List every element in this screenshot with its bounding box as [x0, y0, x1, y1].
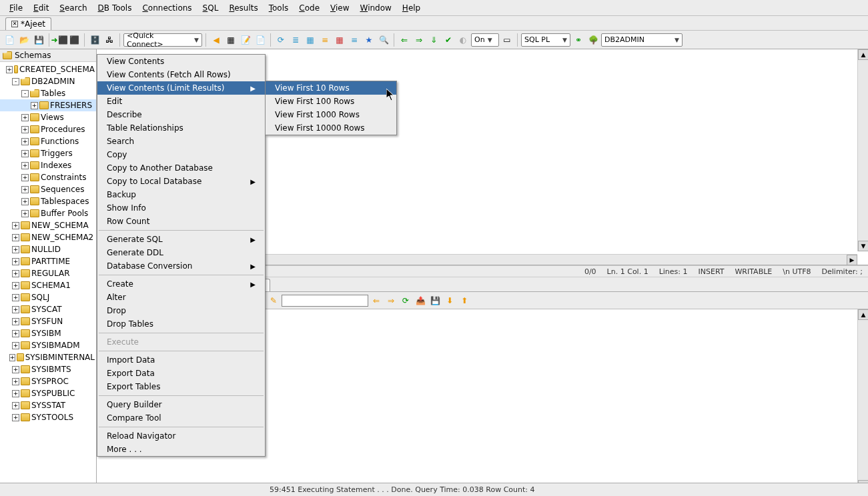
tree-toggle-icon[interactable]: +	[12, 366, 19, 373]
tree-toggle-icon[interactable]: +	[21, 126, 29, 133]
refresh-icon[interactable]: ⟳	[274, 33, 288, 47]
stop-icon[interactable]: ◐	[456, 33, 470, 47]
language-combo[interactable]: SQL PL▼	[521, 33, 570, 47]
context-menu[interactable]: View ContentsView Contents (Fetch All Ro…	[97, 54, 266, 457]
edit-icon[interactable]: 📄	[254, 33, 267, 47]
menu-search[interactable]: Search	[55, 2, 91, 14]
star-icon[interactable]: ★	[362, 33, 376, 47]
tree-toggle-icon[interactable]: +	[12, 342, 19, 349]
menu-item[interactable]: Reload Navigator	[97, 429, 265, 443]
add-table-icon[interactable]: ▦	[224, 33, 238, 47]
tree-node[interactable]: +SYSCAT	[0, 303, 96, 315]
menu-item[interactable]: Copy	[97, 148, 265, 161]
tree-toggle-icon[interactable]: +	[12, 390, 19, 397]
stack-icon[interactable]: ≣	[289, 33, 302, 47]
submenu-item[interactable]: View First 10 Rows	[266, 81, 396, 95]
tree-toggle-icon[interactable]: +	[21, 150, 29, 157]
run-back-icon[interactable]: ⇐	[398, 33, 411, 47]
tree-toggle-icon[interactable]: +	[21, 210, 29, 217]
tree-toggle-icon[interactable]: +	[12, 318, 19, 325]
tree-node[interactable]: -Tables	[0, 87, 96, 99]
tree-toggle-icon[interactable]: +	[12, 306, 19, 313]
menu-item[interactable]: Drop Tables	[97, 317, 265, 331]
tree-node[interactable]: +Tablespaces	[0, 195, 96, 207]
tree-node[interactable]: +SCHEMA1	[0, 279, 96, 291]
bars-blue-icon[interactable]: ≡	[348, 33, 361, 47]
tree-toggle-icon[interactable]: +	[21, 174, 29, 181]
menu-item[interactable]: Export Tables	[97, 380, 265, 393]
scroll-right-icon[interactable]: ▶	[847, 255, 857, 265]
down-icon[interactable]: ⬇	[443, 294, 456, 307]
sql-icon[interactable]: 📝	[239, 33, 252, 47]
menu-results[interactable]: Results	[225, 2, 262, 14]
vertical-scrollbar[interactable]: ▲ ▼	[857, 309, 868, 491]
tree-toggle-icon[interactable]: +	[12, 258, 19, 265]
arrow-left-icon[interactable]: ◀	[209, 33, 223, 47]
tree-toggle-icon[interactable]: +	[21, 186, 29, 193]
tree-icon[interactable]: 🌳	[586, 33, 600, 47]
menu-item[interactable]: Database Conversion▶	[97, 259, 265, 273]
tree-toggle-icon[interactable]: +	[12, 330, 19, 337]
menu-item[interactable]: Import Data	[97, 353, 265, 367]
reload-icon[interactable]: ⟳	[399, 294, 412, 307]
scroll-up-icon[interactable]: ▲	[858, 49, 868, 60]
tree-toggle-icon[interactable]: +	[21, 198, 29, 205]
close-icon[interactable]: ✕	[11, 21, 18, 27]
tree-toggle-icon[interactable]: +	[12, 234, 19, 241]
tree-node[interactable]: +SYSPUBLIC	[0, 387, 96, 399]
menu-item[interactable]: Copy to Local Database▶	[97, 175, 265, 188]
run-down-icon[interactable]: ⇓	[427, 33, 440, 47]
menu-edit[interactable]: Edit	[29, 2, 53, 14]
submenu-item[interactable]: View First 100 Rows	[266, 95, 396, 108]
tree-node[interactable]: +Views	[0, 111, 96, 123]
server-icon[interactable]: 🖧	[103, 33, 116, 47]
tree-node[interactable]: +Constraints	[0, 171, 96, 183]
menu-item[interactable]: Generate SQL▶	[97, 233, 265, 246]
menu-item[interactable]: View Contents (Fetch All Rows)	[97, 68, 265, 81]
menu-connections[interactable]: Connections	[138, 2, 195, 14]
check-icon[interactable]: ✔	[442, 33, 455, 47]
tree-node[interactable]: +SQLJ	[0, 291, 96, 303]
tree-node[interactable]: +NULLID	[0, 243, 96, 255]
tree-node[interactable]: -DB2ADMIN	[0, 75, 96, 87]
tree-toggle-icon[interactable]: -	[21, 90, 29, 97]
connect-icon[interactable]: ➜⬛	[53, 33, 66, 47]
menu-sql[interactable]: SQL	[199, 2, 223, 14]
db-icon[interactable]: 🗄️	[88, 33, 101, 47]
save2-icon[interactable]: 💾	[428, 294, 442, 307]
tree-node[interactable]: +FRESHERS	[0, 99, 96, 111]
menu-view[interactable]: View	[326, 2, 353, 14]
quick-connect-combo[interactable]: <Quick Connect> ▼	[123, 33, 202, 47]
schema-tree[interactable]: +CREATED_SCHEMA-DB2ADMIN-Tables+FRESHERS…	[0, 62, 96, 425]
export-icon[interactable]: 📤	[414, 294, 427, 307]
tree-node[interactable]: +Sequences	[0, 183, 96, 195]
tree-toggle-icon[interactable]: +	[21, 162, 29, 169]
tree-node[interactable]: +Functions	[0, 135, 96, 147]
tree-toggle-icon[interactable]: +	[12, 246, 19, 253]
tree-toggle-icon[interactable]: +	[12, 402, 19, 409]
tree-node[interactable]: +NEW_SCHEMA2	[0, 231, 96, 243]
menu-item[interactable]: Export Data	[97, 367, 265, 380]
tree-toggle-icon[interactable]: +	[12, 378, 19, 385]
tree-toggle-icon[interactable]: +	[21, 138, 29, 145]
schema-combo[interactable]: DB2ADMIN▼	[601, 33, 683, 47]
tree-node[interactable]: +Procedures	[0, 123, 96, 135]
menu-item[interactable]: Show Info	[97, 201, 265, 215]
tree-toggle-icon[interactable]: +	[9, 354, 16, 361]
tree-node[interactable]: +SYSFUN	[0, 315, 96, 327]
menu-file[interactable]: File	[5, 2, 27, 14]
menu-item[interactable]: Generate DDL	[97, 246, 265, 259]
menu-item[interactable]: Search	[97, 135, 265, 148]
menu-item[interactable]: Create▶	[97, 277, 265, 291]
new-icon[interactable]: 📄	[3, 33, 16, 47]
menu-help[interactable]: Help	[398, 2, 424, 14]
menu-code[interactable]: Code	[295, 2, 324, 14]
tree-node[interactable]: +Buffer Pools	[0, 207, 96, 219]
tree-toggle-icon[interactable]: +	[21, 114, 29, 121]
menu-item[interactable]: Edit	[97, 95, 265, 108]
menu-item[interactable]: Query Builder	[97, 398, 265, 411]
first-icon[interactable]: ⇐	[370, 294, 383, 307]
tree-toggle-icon[interactable]: +	[12, 414, 19, 421]
tree-node[interactable]: +REGULAR	[0, 267, 96, 279]
menu-item[interactable]: Describe	[97, 108, 265, 121]
